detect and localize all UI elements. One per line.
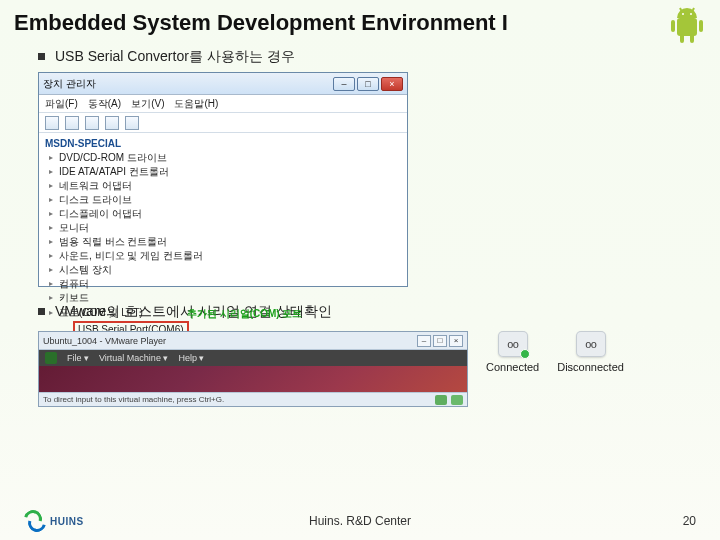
tree-node[interactable]: 디스플레이 어댑터 [59, 207, 401, 221]
page-title: Embedded System Development Environment … [0, 0, 720, 42]
maximize-button[interactable]: □ [357, 77, 379, 91]
svg-rect-4 [690, 34, 694, 43]
tree-node[interactable]: DVD/CD-ROM 드라이브 [59, 151, 401, 165]
svg-rect-0 [677, 18, 697, 36]
svg-rect-2 [699, 20, 703, 32]
svg-point-8 [690, 13, 692, 15]
vmware-menubar[interactable]: File ▾ Virtual Machine ▾ Help ▾ [39, 350, 467, 366]
tree-node[interactable]: 시스템 장치 [59, 263, 401, 277]
menu-help[interactable]: Help ▾ [178, 353, 204, 363]
huins-logo: HUINS [24, 510, 84, 532]
vmware-status-text: To direct input to this virtual machine,… [43, 395, 224, 404]
tree-node[interactable]: 범용 직렬 버스 컨트롤러 [59, 235, 401, 249]
vmware-player-window: Ubuntu_1004 - VMware Player – □ × File ▾… [38, 331, 468, 407]
vmware-statusbar: To direct input to this virtual machine,… [39, 392, 467, 406]
disconnected-label: Disconnected [557, 361, 624, 373]
tree-node[interactable]: 디스크 드라이브 [59, 193, 401, 207]
serial-disconnected-icon [576, 331, 606, 357]
vmware-titlebar: Ubuntu_1004 - VMware Player – □ × [39, 332, 467, 350]
bullet-text: USB Serial Convertor를 사용하는 경우 [55, 48, 295, 66]
menu-vm[interactable]: Virtual Machine ▾ [99, 353, 168, 363]
tree-root[interactable]: MSDN-SPECIAL [45, 137, 401, 151]
footer: HUINS Huins. R&D Center 20 [0, 510, 720, 532]
devmgr-menubar[interactable]: 파일(F) 동작(A) 보기(V) 도움말(H) [39, 95, 407, 113]
menu-file[interactable]: 파일(F) [45, 97, 78, 111]
toolbar-icon[interactable] [85, 116, 99, 130]
close-button[interactable]: × [381, 77, 403, 91]
tree-node[interactable]: IDE ATA/ATAPI 컨트롤러 [59, 165, 401, 179]
tree-node[interactable]: 네트워크 어댑터 [59, 179, 401, 193]
devmgr-titlebar: 장치 관리자 – □ × [39, 73, 407, 95]
bullet-marker-icon [38, 53, 45, 60]
huins-mark-icon [24, 510, 46, 532]
device-manager-window: 장치 관리자 – □ × 파일(F) 동작(A) 보기(V) 도움말(H) MS… [38, 72, 408, 287]
svg-rect-1 [671, 20, 675, 32]
huins-brand-text: HUINS [50, 516, 84, 527]
vmware-title: Ubuntu_1004 - VMware Player [43, 336, 166, 346]
toolbar-icon[interactable] [65, 116, 79, 130]
menu-file[interactable]: File ▾ [67, 353, 89, 363]
disconnected-status: Disconnected [557, 331, 624, 373]
minimize-button[interactable]: – [417, 335, 431, 347]
devmgr-toolbar [39, 113, 407, 133]
tree-node[interactable]: 컴퓨터 [59, 277, 401, 291]
toolbar-icon[interactable] [125, 116, 139, 130]
svg-point-7 [682, 13, 684, 15]
tree-node[interactable]: 키보드 [59, 291, 401, 305]
page-number: 20 [683, 514, 696, 528]
devmgr-title: 장치 관리자 [43, 77, 96, 91]
toolbar-icon[interactable] [105, 116, 119, 130]
footer-center-text: Huins. R&D Center [309, 514, 411, 528]
tree-node-ports[interactable]: 포트(COM 및 LPT) [59, 306, 143, 320]
menu-action[interactable]: 동작(A) [88, 97, 121, 111]
tree-node[interactable]: 모니터 [59, 221, 401, 235]
tree-node[interactable]: 사운드, 비디오 및 게임 컨트롤러 [59, 249, 401, 263]
connected-status: Connected [486, 331, 539, 373]
menu-help[interactable]: 도움말(H) [174, 97, 218, 111]
serial-connected-icon [498, 331, 528, 357]
minimize-button[interactable]: – [333, 77, 355, 91]
maximize-button[interactable]: □ [433, 335, 447, 347]
serial-status-icon[interactable] [451, 395, 463, 405]
vmware-logo-icon [435, 395, 447, 405]
bullet-usb-serial: USB Serial Convertor를 사용하는 경우 [0, 42, 720, 72]
toolbar-icon[interactable] [45, 116, 59, 130]
svg-rect-3 [680, 34, 684, 43]
android-logo-icon [664, 6, 710, 50]
status-dot-green-icon [520, 349, 530, 359]
play-icon[interactable] [45, 352, 57, 364]
menu-view[interactable]: 보기(V) [131, 97, 164, 111]
connected-label: Connected [486, 361, 539, 373]
section-annotation: 추가된 시리얼(COM) 포트 [187, 307, 303, 321]
close-button[interactable]: × [449, 335, 463, 347]
